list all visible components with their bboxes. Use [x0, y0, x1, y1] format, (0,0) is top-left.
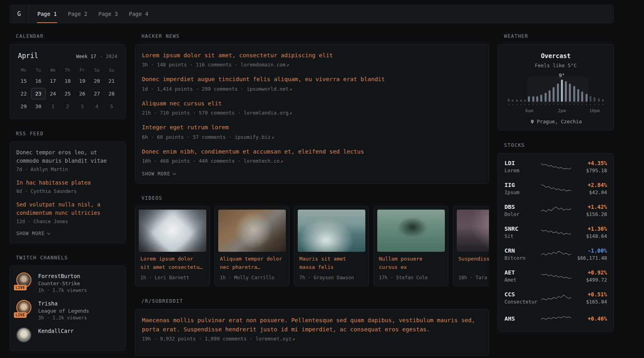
calendar-weekday-row: MoTuWeThFrSaSu [16, 66, 119, 74]
subreddit-section-title: /R/SUBREDDIT [142, 298, 489, 304]
rss-item-title[interactable]: Donec tempor eros leo, ut commodo mauris… [16, 148, 119, 165]
chevron-down-icon [173, 172, 176, 175]
channel-game: Counter-Strike [38, 280, 87, 286]
video-meta: 18h · Tara [458, 275, 489, 280]
page-tab[interactable]: Page 4 [123, 5, 154, 23]
stock-values: +0.46% [571, 315, 607, 323]
stock-row[interactable]: IIG Ipsum +2.84% $42.04 [504, 182, 607, 195]
stock-row[interactable]: SNRC Sit +1.36% $148.64 [504, 226, 607, 239]
rss-show-more-button[interactable]: SHOW MORE [16, 231, 50, 236]
news-item-domain[interactable]: ipsumify.biz [235, 134, 270, 140]
news-item-title[interactable]: Donec imperdiet augue tincidunt felis al… [142, 75, 482, 84]
stocks-widget: STOCKS LDI Lorem +4.35% $795.18 [498, 142, 614, 332]
twitch-channel[interactable]: LIVE Trisha League of Legends 3h · 1.2k … [16, 300, 119, 321]
page-tab[interactable]: Page 3 [93, 5, 124, 23]
rss-item: Sed volutpat nulla nisl, a condimentum n… [16, 200, 119, 224]
rss-item: In hac habitasse platea 8d · Cynthia Sau… [16, 179, 119, 194]
rss-item-title[interactable]: In hac habitasse platea [16, 179, 119, 187]
news-item-title[interactable]: Integer eget rutrum lorem [142, 123, 482, 132]
stock-price: $499.72 [571, 277, 607, 283]
video-meta: 17h · Stefan Cole [379, 275, 443, 280]
stock-symbol: CCS [504, 291, 541, 298]
news-item-stats: 21h · 710 points · 579 comments · [142, 110, 241, 116]
channel-info: KendallCarr [38, 327, 74, 344]
video-meta: 1h · Lori Barnett [140, 275, 205, 280]
video-thumbnail [457, 210, 489, 252]
calendar-day: 26 [75, 88, 89, 99]
stock-row[interactable]: LDI Lorem +4.35% $795.18 [504, 160, 607, 173]
stock-sparkline [541, 248, 571, 260]
external-link-icon [289, 111, 292, 116]
rss-item-meta: 7d · Ashlyn Martin [16, 167, 119, 172]
avatar-wrap: LIVE [16, 300, 33, 317]
dashboard-page: G Page 1Page 2Page 3Page 4 CALENDAR Apri… [0, 5, 644, 358]
news-item-stats: 3h · 148 points · 116 comments · [142, 62, 238, 68]
news-item-meta: 3h · 148 points · 116 comments · loremdo… [142, 62, 482, 68]
rss-list: Donec tempor eros leo, ut commodo mauris… [16, 148, 119, 224]
stock-symbol: AHS [504, 315, 541, 322]
page-tabs: Page 1Page 2Page 3Page 4 [32, 5, 154, 23]
hackernews-show-more-button[interactable]: SHOW MORE [142, 171, 176, 177]
video-card[interactable]: Mauris sit amet massa felis 7h · Grayson… [294, 206, 369, 286]
video-title: Nullam posuere cursus ex [379, 255, 443, 272]
video-card[interactable]: Nullam posuere cursus ex 17h · Stefan Co… [374, 206, 448, 286]
news-item-domain[interactable]: loremdomain.com [241, 62, 285, 68]
news-item-domain[interactable]: loremlandia.org [244, 110, 289, 116]
stock-symbol: CRN [504, 247, 541, 254]
news-item: Integer eget rutrum lorem 6h · 60 points… [142, 123, 482, 140]
reddit-post-stats: 19h · 9,932 points · 1,090 comments · [142, 336, 252, 342]
video-meta: 1h · Molly Carrillo [220, 275, 284, 280]
weather-section-title: WEATHER [504, 33, 614, 39]
stock-name: Lorem [504, 167, 541, 173]
rss-box: Donec tempor eros leo, ut commodo mauris… [10, 142, 126, 243]
calendar-day: 3 [75, 101, 89, 112]
news-item: Donec imperdiet augue tincidunt felis al… [142, 75, 482, 91]
rss-item-meta: 8d · Cynthia Saunders [16, 189, 119, 194]
twitch-channel[interactable]: LIVE ForrestBurton Counter-Strike 1h · 1… [16, 272, 119, 293]
rss-item-meta: 12d · Chance Jones [16, 219, 119, 224]
stock-symbol: SNRC [504, 226, 541, 232]
news-item: Aliquam nec cursus elit 21h · 710 points… [142, 99, 482, 116]
news-item-stats: 6h · 60 points · 57 comments · [142, 134, 232, 140]
page-tab[interactable]: Page 1 [32, 5, 62, 23]
stock-symbol: AET [504, 269, 541, 276]
stock-values: -1.00% $66,171.48 [571, 247, 607, 261]
app-logo[interactable]: G [10, 5, 29, 23]
stock-row[interactable]: AET Amet +0.92% $499.72 [504, 269, 607, 283]
video-card[interactable]: Lorem ipsum dolor sit amet consectetu… 1… [135, 206, 210, 286]
stock-change: -1.00% [571, 247, 607, 254]
video-thumbnail [298, 210, 365, 252]
weekday-label: Mo [16, 66, 31, 74]
news-item-title[interactable]: Donec enim nibh, condimentum et accumsan… [142, 147, 482, 156]
reddit-post-title[interactable]: Maecenas mollis pulvinar erat non posuer… [142, 316, 482, 334]
stock-row[interactable]: AHS +0.46% [504, 313, 607, 325]
stock-row[interactable]: CRN Bitcorn -1.00% $66,171.48 [504, 247, 607, 261]
stock-name: Amet [504, 277, 541, 283]
video-title: Lorem ipsum dolor sit amet consectetu… [140, 255, 205, 272]
weekday-label: We [46, 66, 60, 74]
news-item-title[interactable]: Lorem ipsum dolor sit amet, consectetur … [142, 51, 482, 60]
hackernews-widget: HACKER NEWS Lorem ipsum dolor sit amet, … [135, 33, 489, 183]
avatar-wrap: LIVE [16, 272, 33, 289]
video-card[interactable]: Suspendisse diam 18h · Tara [453, 206, 489, 286]
live-badge: LIVE [14, 285, 27, 290]
stock-row[interactable]: CCS Consectetur +0.51% $165.84 [504, 291, 607, 305]
news-item-domain[interactable]: loremtech.co [244, 158, 279, 164]
news-item-domain[interactable]: ipsumworld.net [246, 86, 288, 92]
twitch-channel[interactable]: LIVE KendallCarr [16, 327, 119, 344]
stock-row[interactable]: DBS Dolor +1.42% $156.28 [504, 204, 607, 217]
reddit-post-domain[interactable]: loremnet.xyz [256, 336, 291, 342]
calendar-day: 22 [16, 88, 31, 99]
video-card[interactable]: Aliquam tempor dolor nec pharetra… 1h · … [215, 206, 289, 286]
news-item-title[interactable]: Aliquam nec cursus elit [142, 99, 482, 108]
location-pin-icon [530, 119, 535, 124]
rss-item-title[interactable]: Sed volutpat nulla nisl, a condimentum n… [16, 200, 119, 217]
stock-id: CRN Bitcorn [504, 247, 541, 261]
page-tab[interactable]: Page 2 [62, 5, 93, 23]
twitch-section-title: TWITCH CHANNELS [16, 255, 126, 261]
stock-name: Ipsum [504, 189, 541, 195]
calendar-day: 15 [16, 75, 31, 87]
calendar-week-label: Week 17 [76, 54, 96, 59]
weekday-label: Th [60, 66, 75, 74]
video-thumbnail [139, 210, 206, 252]
